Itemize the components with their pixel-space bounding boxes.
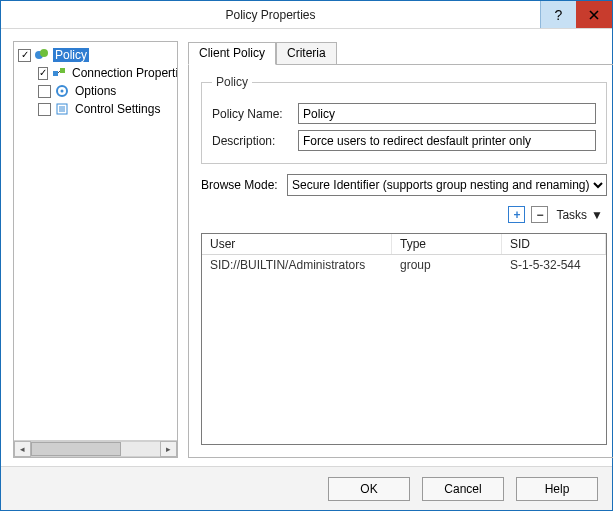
cell-type: group	[392, 255, 502, 275]
right-panel: Client Policy Criteria Policy Policy Nam…	[188, 41, 613, 458]
col-user[interactable]: User	[202, 234, 392, 254]
svg-point-1	[40, 49, 48, 57]
grid-row[interactable]: SID://BUILTIN/Administrators group S-1-5…	[202, 255, 606, 275]
remove-button[interactable]: −	[531, 206, 548, 223]
browse-mode-label: Browse Mode:	[201, 178, 279, 192]
svg-rect-2	[53, 71, 58, 76]
scroll-thumb[interactable]	[31, 442, 121, 456]
policy-desc-row: Description:	[212, 130, 596, 151]
browse-mode-select[interactable]: Secure Identifier (supports group nestin…	[287, 174, 607, 196]
col-type[interactable]: Type	[392, 234, 502, 254]
tree-item-label: Policy	[53, 48, 89, 62]
tree-item-connection-properties[interactable]: ✓ Connection Properties	[16, 64, 175, 82]
policy-name-label: Policy Name:	[212, 107, 290, 121]
policy-legend: Policy	[212, 75, 252, 89]
policy-desc-label: Description:	[212, 134, 290, 148]
svg-rect-3	[60, 68, 65, 73]
policy-tree[interactable]: ✓ Policy ✓ Connection Properties	[14, 42, 177, 440]
checkbox-icon[interactable]	[38, 85, 51, 98]
add-button[interactable]: +	[508, 206, 525, 223]
dialog-window: Policy Properties ? ✓ Policy ✓	[0, 0, 613, 511]
grid-header: User Type SID	[202, 234, 606, 255]
dialog-body: ✓ Policy ✓ Connection Properties	[1, 29, 612, 466]
tree-item-policy[interactable]: ✓ Policy	[16, 46, 175, 64]
checkbox-icon[interactable]	[38, 103, 51, 116]
scroll-track[interactable]	[31, 441, 160, 457]
tab-strip: Client Policy Criteria	[188, 41, 613, 64]
checkbox-icon[interactable]: ✓	[38, 67, 48, 80]
users-grid[interactable]: User Type SID SID://BUILTIN/Administrato…	[201, 233, 607, 445]
minus-icon: −	[536, 209, 543, 221]
help-button[interactable]: Help	[516, 477, 598, 501]
tree-hscrollbar[interactable]: ◂ ▸	[14, 440, 177, 457]
dialog-buttons: OK Cancel Help	[1, 466, 612, 510]
scroll-left-button[interactable]: ◂	[14, 441, 31, 457]
close-icon	[589, 10, 599, 20]
tasks-label: Tasks	[556, 208, 587, 222]
plus-icon: +	[513, 209, 520, 221]
settings-icon	[54, 101, 70, 117]
tab-body: Policy Policy Name: Description: Browse …	[188, 64, 613, 458]
options-icon	[54, 83, 70, 99]
scroll-right-button[interactable]: ▸	[160, 441, 177, 457]
tree-item-label: Connection Properties	[70, 66, 177, 80]
policy-name-input[interactable]	[298, 103, 596, 124]
cancel-button[interactable]: Cancel	[422, 477, 504, 501]
grid-toolbar: + − Tasks ▼	[201, 206, 607, 223]
titlebar-close-button[interactable]	[576, 1, 612, 28]
cell-user: SID://BUILTIN/Administrators	[202, 255, 392, 275]
tree-item-label: Control Settings	[73, 102, 162, 116]
tab-criteria[interactable]: Criteria	[276, 42, 337, 65]
chevron-down-icon: ▼	[591, 208, 603, 222]
checkbox-icon[interactable]: ✓	[18, 49, 31, 62]
tab-client-policy[interactable]: Client Policy	[188, 42, 276, 65]
policy-group: Policy Policy Name: Description:	[201, 75, 607, 164]
tasks-menu[interactable]: Tasks ▼	[554, 208, 605, 222]
window-title: Policy Properties	[1, 1, 540, 28]
tree-item-options[interactable]: Options	[16, 82, 175, 100]
policy-desc-input[interactable]	[298, 130, 596, 151]
svg-point-5	[61, 90, 64, 93]
cell-sid: S-1-5-32-544	[502, 255, 606, 275]
col-sid[interactable]: SID	[502, 234, 606, 254]
policy-name-row: Policy Name:	[212, 103, 596, 124]
browse-mode-row: Browse Mode: Secure Identifier (supports…	[201, 174, 607, 196]
titlebar-help-button[interactable]: ?	[540, 1, 576, 28]
policy-icon	[34, 47, 50, 63]
tree-panel: ✓ Policy ✓ Connection Properties	[13, 41, 178, 458]
connection-icon	[51, 65, 67, 81]
tree-item-label: Options	[73, 84, 118, 98]
tree-item-control-settings[interactable]: Control Settings	[16, 100, 175, 118]
titlebar: Policy Properties ?	[1, 1, 612, 29]
ok-button[interactable]: OK	[328, 477, 410, 501]
